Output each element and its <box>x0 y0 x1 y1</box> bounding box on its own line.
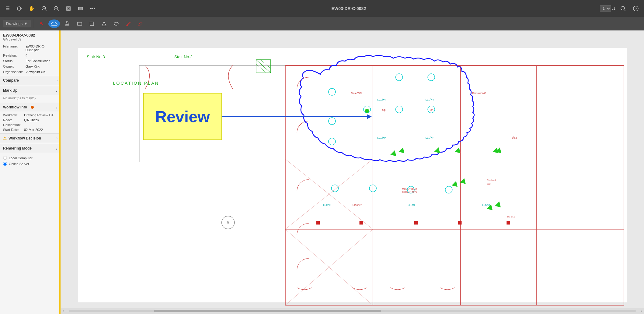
main-content: EW03-DR-C-0082 GA Level 09 Filename: EW0… <box>0 30 644 314</box>
svg-rect-49 <box>458 221 462 225</box>
compare-section-header[interactable]: Compare › <box>0 76 61 85</box>
fit-page-button[interactable] <box>63 4 74 13</box>
local-computer-radio[interactable] <box>3 156 7 160</box>
markup-section-content: No markups to display <box>0 95 61 101</box>
cloud-tool-button[interactable] <box>48 19 60 28</box>
svg-text:LL1/SB: LL1/SB <box>482 204 490 206</box>
drawings-label: Drawings <box>6 21 23 26</box>
filename-field: Filename: EW03-DR-C-0082.pdf <box>0 44 61 53</box>
online-server-label: Online Server <box>9 162 29 166</box>
revision-value: 4 <box>26 54 57 57</box>
pan-tool-button[interactable]: ✋ <box>26 4 37 13</box>
rendering-mode-header[interactable]: Rendering Mode ∨ <box>0 144 61 153</box>
svg-rect-12 <box>67 7 70 10</box>
workflow-info-section: Workflow Info ∨ Workflow: Drawing Review… <box>0 103 61 133</box>
workflow-info-section-header[interactable]: Workflow Info ∨ <box>0 103 61 111</box>
workflow-decision-section[interactable]: ⚠ Workflow Decision › <box>0 133 61 143</box>
owner-label: Owner: <box>3 65 24 68</box>
ellipse-tool-button[interactable] <box>111 19 121 28</box>
drawing-canvas-svg: Stair No.3 Stair No.2 LOCATION PLAN <box>61 30 644 314</box>
markup-section-header[interactable]: Mark Up ∨ <box>0 86 61 95</box>
svg-text:LL1/R4: LL1/R4 <box>425 98 434 101</box>
svg-rect-46 <box>316 221 320 225</box>
select-tool-button[interactable]: ↖ <box>37 19 47 29</box>
description-field: Description: <box>3 122 57 127</box>
svg-line-11 <box>57 10 59 11</box>
zoom-in-button[interactable] <box>51 4 61 13</box>
svg-text:LOCATION PLAN: LOCATION PLAN <box>113 81 159 86</box>
document-title: EW03-DR-C-0082 <box>99 6 598 11</box>
online-server-radio[interactable] <box>3 162 7 166</box>
description-value <box>24 123 57 127</box>
document-level: GA Level 09 <box>3 37 57 41</box>
workflow-info-chevron-icon: ∨ <box>55 106 57 109</box>
eraser-tool-button[interactable] <box>135 19 146 28</box>
square-tool-button[interactable] <box>87 19 97 28</box>
organisation-label: Organisation: <box>3 70 24 74</box>
description-label: Description: <box>3 123 23 127</box>
svg-text:Male WC: Male WC <box>351 92 362 95</box>
svg-rect-13 <box>68 8 69 9</box>
svg-text:1/YZ: 1/YZ <box>512 136 517 139</box>
workflow-field: Workflow: Drawing Review DT <box>3 113 57 118</box>
top-toolbar: ☰ ✋ <box>0 0 644 17</box>
zoom-out-button[interactable] <box>39 4 49 13</box>
online-server-option[interactable]: Online Server <box>3 161 57 167</box>
svg-text:LL1/B2: LL1/B2 <box>408 204 415 206</box>
svg-text:On: On <box>430 108 433 111</box>
svg-rect-47 <box>360 221 363 225</box>
compare-section-title: Compare <box>3 78 19 83</box>
drawings-dropdown[interactable]: Drawings ▼ <box>3 20 31 27</box>
svg-text:5: 5 <box>227 220 229 225</box>
crosshair-tool-button[interactable] <box>14 4 24 13</box>
local-computer-label: Local Computer <box>9 156 33 160</box>
svg-text:MOUNTED AT: MOUNTED AT <box>402 188 417 190</box>
warning-icon: ⚠ <box>3 136 7 140</box>
total-pages: /1 <box>612 6 615 11</box>
workflow-label: Workflow: <box>3 113 23 117</box>
compare-chevron-icon: › <box>57 79 57 82</box>
workflow-decision-title: Workflow Decision <box>9 136 41 140</box>
svg-text:WC: WC <box>487 182 491 185</box>
organisation-value: Viewpoint UK <box>26 70 57 74</box>
svg-text:Female WC: Female WC <box>472 92 486 95</box>
svg-text:Stair No.3: Stair No.3 <box>87 55 105 59</box>
node-value: QA Check <box>24 118 57 122</box>
scroll-left-button[interactable]: ‹ <box>61 309 66 313</box>
rendering-mode-title: Rendering Mode <box>3 146 32 150</box>
scrollbar-track[interactable] <box>69 310 636 312</box>
help-button[interactable]: ? <box>631 4 641 13</box>
canvas-area[interactable]: 1.0 2.0 3.0 Stair No.3 Stair No.2 <box>61 30 644 314</box>
highlight-tool-button[interactable] <box>62 19 73 28</box>
svg-text:Cleaner: Cleaner <box>353 203 362 206</box>
sidebar-toggle-button[interactable]: ☰ <box>3 4 12 13</box>
svg-text:?: ? <box>635 7 637 10</box>
svg-text:Disabled: Disabled <box>487 179 496 182</box>
svg-point-16 <box>621 6 625 10</box>
pen-tool-button[interactable] <box>123 19 134 28</box>
workflow-decision-left: ⚠ Workflow Decision <box>3 136 41 140</box>
revision-label: Revision: <box>3 54 24 57</box>
workflow-info-title: Workflow Info <box>3 105 34 109</box>
rendering-mode-content: Local Computer Online Server <box>0 153 61 169</box>
workflow-status-dot <box>31 106 34 109</box>
status-label: Status: <box>3 59 24 63</box>
page-selector[interactable]: 1 <box>600 5 611 12</box>
status-field: Status: For Construction <box>0 58 61 64</box>
search-button[interactable] <box>618 4 628 13</box>
svg-rect-48 <box>414 221 418 225</box>
rectangle-tool-button[interactable] <box>75 19 85 28</box>
markup-chevron-icon: ∨ <box>55 89 57 92</box>
more-options-button[interactable]: ••• <box>88 4 98 13</box>
fit-width-button[interactable] <box>75 4 86 13</box>
svg-text:Up: Up <box>382 108 385 111</box>
svg-point-63 <box>365 109 369 113</box>
review-annotation-text: Review <box>155 108 210 126</box>
svg-line-7 <box>45 10 47 11</box>
local-computer-option[interactable]: Local Computer <box>3 155 57 161</box>
polygon-tool-button[interactable] <box>99 19 109 28</box>
start-date-value: 02 Mar 2022 <box>24 128 57 132</box>
svg-rect-21 <box>78 22 82 25</box>
scroll-right-button[interactable]: › <box>639 309 644 313</box>
svg-rect-50 <box>506 221 510 225</box>
